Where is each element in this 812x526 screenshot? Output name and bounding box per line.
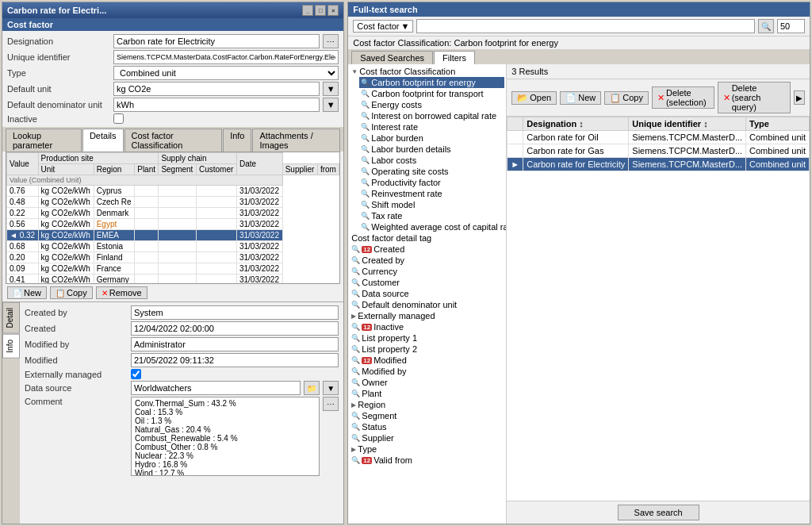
designation-input[interactable] [113, 34, 320, 48]
tree-item-valid-from[interactable]: 🔍 12 Valid from [350, 455, 504, 466]
th-type[interactable]: Type [746, 117, 810, 131]
tree-item-reinvestment[interactable]: 🔍 Reinvestment rate [359, 188, 504, 199]
default-denom-input[interactable] [113, 98, 320, 112]
open-button[interactable]: 📂 Open [511, 91, 557, 105]
remove-button[interactable]: ✕ Remove [96, 286, 147, 299]
modified-by-input[interactable] [131, 337, 339, 351]
table-row[interactable]: 0.20kg CO2e/kWhFinland31/03/2022 [7, 252, 339, 263]
right-search-icon-btn[interactable]: 🔍 [758, 19, 774, 33]
tree-item-supplier[interactable]: 🔍 Supplier [350, 432, 504, 443]
minimize-button[interactable]: _ [302, 5, 313, 16]
tree-item-labor-costs[interactable]: 🔍 Labor costs [359, 155, 504, 166]
tree-item-label: List property 1 [362, 333, 417, 343]
type-select[interactable]: Combined unit [113, 66, 339, 80]
tree-item-modified-by[interactable]: 🔍 Modified by [350, 366, 504, 377]
tree-item-tax-rate[interactable]: 🔍 Tax rate [359, 210, 504, 221]
result-row-gas[interactable]: Carbon rate for Gas Siemens.TCPCM.Master… [508, 144, 810, 158]
maximize-button[interactable]: □ [315, 5, 326, 16]
tree-item-carbon-footprint-energy[interactable]: 🔍 Carbon footprint for energy [359, 77, 504, 88]
tree-item-operating-site[interactable]: 🔍 Operating site costs [359, 166, 504, 177]
tree-item-label: Owner [362, 378, 387, 387]
tab-filters[interactable]: Filters [434, 51, 475, 64]
table-row[interactable]: 0.48kg CO2e/kWhCzech Re31/03/2022 [7, 197, 339, 208]
vtab-detail[interactable]: Detail [2, 302, 20, 334]
tab-info[interactable]: Info [223, 129, 251, 152]
tree-item-type[interactable]: ▶ Type [350, 443, 504, 455]
tree-item-cost-factor-classification[interactable]: ▼ Cost factor Classification [350, 66, 504, 77]
tree-item-weighted-average[interactable]: 🔍 Weighted average cost of capital rate [359, 221, 504, 232]
tree-item-labor-burden-details[interactable]: 🔍 Labor burden details [359, 144, 504, 155]
tree-item-region[interactable]: ▶ Region [350, 399, 504, 410]
tree-item-energy-costs[interactable]: 🔍 Energy costs [359, 99, 504, 110]
modified-input[interactable] [131, 353, 339, 367]
tree-item-default-denom-unit[interactable]: 🔍 Default denominator unit [350, 299, 504, 310]
tree-item-externally-managed[interactable]: ▶ Externally managed [350, 310, 504, 321]
result-row-electricity[interactable]: ► Carbon rate for Electricity Siemens.TC… [508, 158, 810, 171]
results-expand-btn[interactable]: ▶ [794, 90, 805, 105]
inactive-checkbox[interactable] [113, 113, 124, 124]
right-search-input[interactable] [416, 19, 755, 33]
tree-item-list-property-2[interactable]: 🔍 List property 2 [350, 344, 504, 355]
tree-item-shift-model[interactable]: 🔍 Shift model [359, 199, 504, 210]
tree-item-created-by[interactable]: 🔍 Created by [350, 255, 504, 266]
result-row-oil[interactable]: Carbon rate for Oil Siemens.TCPCM.Master… [508, 131, 810, 144]
tab-lookup-parameter[interactable]: Lookup parameter [6, 129, 82, 152]
table-row[interactable]: 0.56kg CO2e/kWhEgypt31/03/2022 [7, 219, 339, 230]
default-unit-icon-btn[interactable]: ▼ [323, 82, 339, 96]
table-row[interactable]: 0.22kg CO2e/kWhDenmark31/03/2022 [7, 208, 339, 219]
designation-icon-btn[interactable]: ⋯ [323, 34, 339, 48]
th-unique-id[interactable]: Unique identifier ↕ [629, 117, 746, 131]
results-new-button[interactable]: 📄 New [560, 91, 601, 105]
cost-factor-badge[interactable]: Cost factor ▼ [353, 20, 413, 33]
uniqueid-input[interactable] [113, 50, 339, 64]
tab-attachments[interactable]: Attachments / Images [252, 129, 340, 152]
tree-item-status[interactable]: 🔍 Status [350, 421, 504, 432]
copy-label: Copy [622, 93, 643, 102]
table-row[interactable]: 0.76kg CO2e/kWhCyprus31/03/2022 [7, 186, 339, 197]
externally-managed-checkbox[interactable] [131, 369, 141, 379]
copy-button[interactable]: 📋 Copy [50, 286, 93, 299]
delete-query-button[interactable]: ✕ Delete (search query) [718, 82, 791, 113]
tree-item-interest-borrowed[interactable]: 🔍 Interest on borrowed capital rate [359, 110, 504, 121]
tab-saved-searches[interactable]: Saved Searches [351, 51, 433, 64]
tree-item-plant[interactable]: 🔍 Plant [350, 388, 504, 399]
table-row[interactable]: 0.41kg CO2e/kWhGermany31/03/2022 [7, 275, 339, 285]
data-source-icon-btn[interactable]: 📁 [304, 381, 320, 395]
tree-item-inactive[interactable]: 🔍 12 Inactive [350, 321, 504, 332]
tab-cost-factor-classification[interactable]: Cost factor Classification [124, 129, 223, 152]
tree-item-productivity[interactable]: 🔍 Productivity factor [359, 177, 504, 188]
tree-item-data-source[interactable]: 🔍 Data source [350, 288, 504, 299]
comment-icon-btn[interactable]: ⋯ [323, 397, 339, 411]
delete-selection-button[interactable]: ✕ Delete (selection) [652, 86, 714, 109]
tree-item-customer[interactable]: 🔍 Customer [350, 277, 504, 288]
close-button[interactable]: × [327, 5, 339, 16]
default-denom-icon-btn[interactable]: ▼ [323, 98, 339, 112]
tree-item-segment[interactable]: 🔍 Segment [350, 410, 504, 421]
comment-textarea[interactable]: Conv.Thermal_Sum : 43.2 % Coal : 15.3 % … [131, 397, 320, 476]
table-row[interactable]: 0.68kg CO2e/kWhEstonia31/03/2022 [7, 241, 339, 252]
data-source-input[interactable] [131, 381, 301, 395]
created-by-input[interactable] [131, 305, 339, 320]
table-row[interactable]: 0.09kg CO2e/kWhFrance31/03/2022 [7, 263, 339, 275]
tree-item-owner[interactable]: 🔍 Owner [350, 377, 504, 388]
tree-item-created[interactable]: 🔍 12 Created [350, 244, 504, 255]
results-copy-button[interactable]: 📋 Copy [604, 91, 649, 105]
data-source-dropdown-btn[interactable]: ▼ [323, 381, 339, 395]
created-input[interactable] [131, 321, 339, 336]
tab-details[interactable]: Details [82, 129, 124, 152]
tree-item-list-property-1[interactable]: 🔍 List property 1 [350, 332, 504, 344]
tree-item-carbon-footprint-transport[interactable]: 🔍 Carbon footprint for transport [359, 88, 504, 99]
th-designation[interactable]: Designation ↕ [523, 117, 629, 131]
results-number-input[interactable] [777, 19, 805, 33]
new-button[interactable]: 📄 New [7, 286, 47, 299]
th-supply-chain: Supply chain [159, 153, 237, 164]
tree-item-labor-burden[interactable]: 🔍 Labor burden [359, 132, 504, 144]
save-search-button[interactable]: Save search [618, 505, 699, 520]
tree-item-currency[interactable]: 🔍 Currency [350, 266, 504, 277]
table-row-selected[interactable]: ◄ 0.32kg CO2e/kWhEMEA31/03/2022 [7, 230, 339, 241]
default-unit-input[interactable] [113, 82, 320, 96]
vtab-info[interactable]: Info [2, 334, 20, 359]
tree-item-modified[interactable]: 🔍 12 Modified [350, 355, 504, 366]
tree-item-interest-rate[interactable]: 🔍 Interest rate [359, 121, 504, 132]
tree-item-cost-factor-detail-tag[interactable]: Cost factor detail tag [350, 232, 504, 244]
